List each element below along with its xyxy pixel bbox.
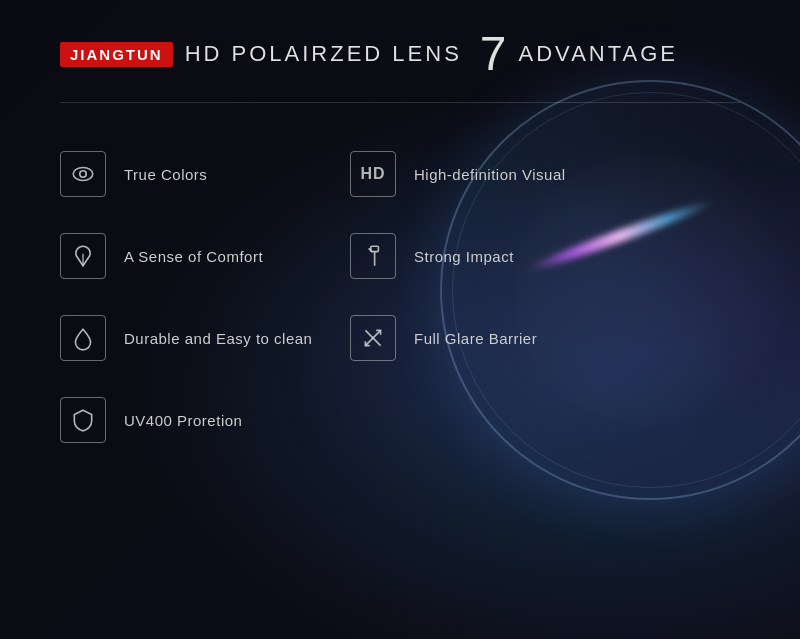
- durable-label: Durable and Easy to clean: [124, 330, 312, 347]
- impact-icon-box: [350, 233, 396, 279]
- feature-strong-impact: Strong Impact: [350, 215, 640, 297]
- arrows-icon: [360, 325, 386, 351]
- page-header: JIANGTUN HD POLAIRZED LENS 7 ADVANTAGE: [60, 30, 740, 78]
- feature-sense-comfort: A Sense of Comfort: [60, 215, 350, 297]
- hammer-icon: [360, 243, 386, 269]
- main-content: JIANGTUN HD POLAIRZED LENS 7 ADVANTAGE T…: [0, 0, 800, 491]
- hd-visual-label: High-definition Visual: [414, 166, 566, 183]
- hd-icon-box: HD: [350, 151, 396, 197]
- features-grid: True Colors HD High-definition Visual A …: [60, 133, 640, 461]
- feather-icon: [70, 243, 96, 269]
- feature-durable: Durable and Easy to clean: [60, 297, 350, 379]
- glare-icon-box: [350, 315, 396, 361]
- sense-comfort-label: A Sense of Comfort: [124, 248, 263, 265]
- uv400-icon-box: [60, 397, 106, 443]
- shield-icon: [70, 407, 96, 433]
- number-display: 7: [480, 30, 507, 78]
- strong-impact-label: Strong Impact: [414, 248, 514, 265]
- feature-full-glare: Full Glare Barrier: [350, 297, 640, 379]
- full-glare-label: Full Glare Barrier: [414, 330, 537, 347]
- feature-true-colors: True Colors: [60, 133, 350, 215]
- true-colors-icon-box: [60, 151, 106, 197]
- svg-point-1: [80, 171, 87, 178]
- subtitle-text: HD POLAIRZED LENS: [185, 41, 462, 67]
- uv400-label: UV400 Proretion: [124, 412, 242, 429]
- svg-point-0: [73, 168, 93, 181]
- brand-tag: JIANGTUN: [60, 42, 173, 67]
- feature-hd-visual: HD High-definition Visual: [350, 133, 640, 215]
- hd-text: HD: [360, 165, 385, 183]
- feature-uv400: UV400 Proretion: [60, 379, 350, 461]
- comfort-icon-box: [60, 233, 106, 279]
- drop-icon: [70, 325, 96, 351]
- durable-icon-box: [60, 315, 106, 361]
- header-divider: [60, 102, 740, 103]
- true-colors-label: True Colors: [124, 166, 207, 183]
- eye-icon: [70, 161, 96, 187]
- advantage-text: ADVANTAGE: [519, 41, 678, 67]
